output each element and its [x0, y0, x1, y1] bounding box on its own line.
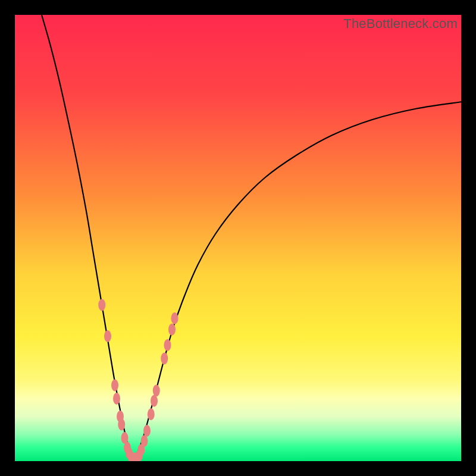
data-marker: [111, 380, 118, 392]
data-marker: [151, 395, 158, 407]
data-marker: [168, 324, 176, 336]
data-marker: [161, 353, 168, 365]
data-marker: [98, 299, 105, 311]
curve-right-branch: [132, 102, 461, 459]
curve-left-branch: [42, 15, 132, 459]
watermark-text: TheBottleneck.com: [343, 16, 458, 32]
data-marker: [141, 435, 148, 447]
curve-layer: [15, 15, 461, 461]
data-marker: [164, 339, 171, 351]
data-marker: [153, 385, 160, 397]
chart-frame: TheBottleneck.com: [0, 0, 476, 476]
data-marker: [171, 312, 178, 324]
data-marker: [104, 330, 111, 342]
data-marker: [148, 408, 155, 420]
plot-area: TheBottleneck.com: [15, 15, 461, 461]
data-marker: [143, 425, 151, 437]
data-marker: [113, 393, 120, 405]
data-marker: [118, 419, 125, 431]
